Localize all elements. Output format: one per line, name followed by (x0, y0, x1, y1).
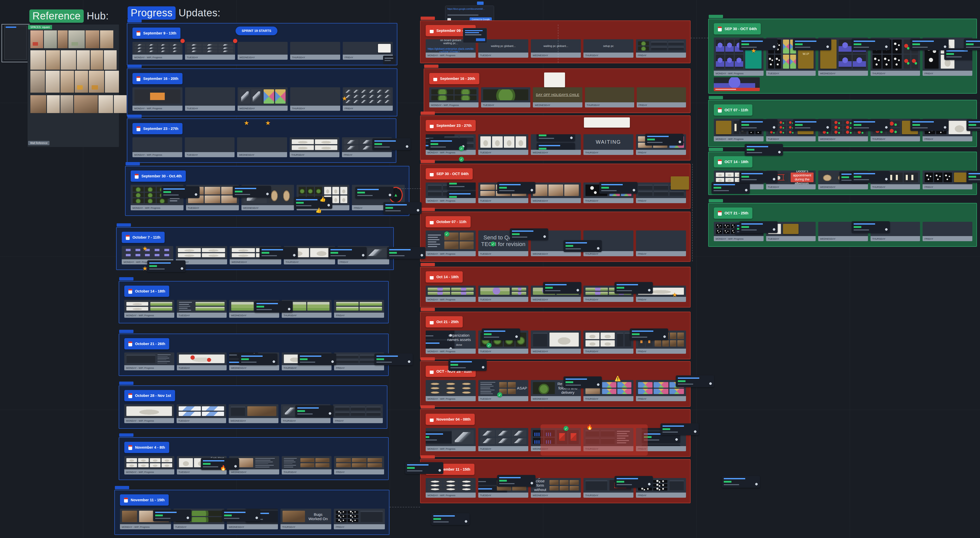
date-badge[interactable]: Oct 14 - 18th (426, 271, 463, 283)
thumbnail[interactable] (360, 302, 382, 306)
thumbnail[interactable] (778, 121, 786, 124)
thumbnail[interactable] (315, 187, 322, 194)
comment-chip[interactable] (614, 282, 653, 294)
sprint-frame[interactable]: September 09 - 13thon board globantwaiti… (420, 21, 690, 63)
thumbnail[interactable] (838, 40, 852, 54)
thumbnail[interactable] (307, 302, 330, 310)
doc-link-url[interactable]: https://docs.google.com/document/d/... (447, 8, 492, 14)
thumbnail[interactable] (384, 89, 391, 94)
date-badge[interactable]: November 4 - 8th (124, 442, 169, 453)
sticky-note[interactable] (671, 177, 689, 189)
thumbnail[interactable] (653, 480, 667, 483)
day-card[interactable]: TUESDAY (185, 137, 234, 157)
thumbnail[interactable] (716, 229, 722, 234)
thumbnail[interactable] (340, 187, 347, 194)
thumbnail[interactable] (549, 486, 558, 491)
comment-chip[interactable] (447, 183, 476, 189)
thumbnail[interactable] (332, 187, 339, 194)
thumbnail[interactable] (499, 382, 507, 388)
comment-chip[interactable] (153, 510, 191, 521)
thumbnail[interactable] (146, 50, 157, 53)
comment-chip[interactable] (259, 247, 298, 259)
reference-photo[interactable] (61, 50, 76, 70)
thumbnail[interactable] (299, 187, 306, 194)
thumbnail[interactable] (384, 94, 391, 99)
thumbnail[interactable] (202, 253, 225, 257)
star-marker-icon[interactable]: ★ (751, 48, 756, 54)
thumbnail[interactable] (153, 253, 162, 257)
thumbnail[interactable] (483, 89, 528, 100)
thumbnail[interactable] (428, 387, 442, 390)
comment-chip[interactable] (739, 221, 778, 233)
thumbnail[interactable] (492, 136, 503, 148)
thumbnail[interactable] (533, 333, 547, 347)
thumbnail[interactable] (443, 488, 458, 490)
thumbnail[interactable] (360, 89, 367, 94)
thumbnail[interactable] (428, 488, 442, 490)
comment-chip[interactable] (563, 376, 602, 388)
thumbnail[interactable] (512, 438, 526, 444)
thumbnail[interactable] (368, 94, 375, 99)
frame-title-tag[interactable] (119, 330, 134, 333)
thumbnail[interactable] (873, 55, 881, 68)
sprint-frame[interactable]: Oct 14 - 18thMONDAY - WIP, ProgressTUESD… (420, 267, 690, 307)
sprint-frame[interactable]: September 9 - 13thSPRINT 19 STARTSMONDAY… (127, 23, 397, 65)
thumbnail[interactable] (360, 145, 374, 150)
thumbnail[interactable] (133, 187, 144, 192)
frame-title-tag[interactable] (117, 223, 131, 227)
thumbnail[interactable] (428, 391, 442, 394)
frame-title-tag[interactable] (421, 111, 435, 115)
thumbnail[interactable] (934, 172, 942, 182)
thumbnail[interactable] (778, 131, 786, 134)
fire-marker-icon[interactable]: 🔥 (587, 425, 593, 430)
reference-photo[interactable] (47, 95, 60, 113)
wall-reference-label[interactable]: Wall Reference (28, 141, 49, 145)
thumbnail[interactable] (179, 412, 201, 416)
fire-marker-icon[interactable]: 🔥 (220, 465, 226, 470)
thumbnail[interactable] (344, 139, 359, 144)
thumbnail[interactable] (196, 302, 224, 306)
thumbnail[interactable] (336, 515, 347, 518)
comment-chip[interactable] (233, 186, 271, 197)
date-badge[interactable]: SEP 30 - OCT 04th (714, 23, 761, 35)
thumbnail[interactable] (368, 463, 382, 467)
frame-title-tag[interactable] (421, 208, 435, 211)
comment-chip[interactable] (966, 171, 980, 183)
date-badge[interactable]: September 23 - 27th (426, 120, 476, 131)
thumbnail[interactable] (351, 412, 365, 416)
thumbnail[interactable] (145, 193, 156, 197)
day-card[interactable]: FRIDAY (636, 231, 686, 256)
thumbnail[interactable] (336, 458, 351, 462)
date-badge[interactable]: October 21 - 26th (124, 338, 169, 349)
thumbnail[interactable] (515, 136, 526, 148)
thumbnail[interactable] (655, 340, 661, 347)
comment-chip[interactable] (711, 182, 750, 194)
day-card[interactable]: THURSDAY (584, 331, 633, 354)
day-card[interactable]: MONDAY - WIP, Progress (132, 42, 183, 60)
comment-chip[interactable] (599, 182, 638, 194)
thumbnail[interactable] (150, 302, 172, 306)
comment-chip[interactable] (245, 509, 278, 509)
day-card[interactable]: WEDNESDAY (531, 331, 581, 354)
thumbnail[interactable] (292, 145, 314, 150)
date-badge[interactable]: SEP 30 - OCT 04th (426, 168, 473, 180)
thumbnail[interactable] (768, 55, 774, 68)
day-card[interactable]: FRIDAY (923, 170, 972, 189)
thumbnail[interactable] (924, 172, 933, 182)
day-card[interactable]: TUESDAY (478, 428, 528, 451)
thumbnail[interactable] (202, 406, 224, 411)
thumbnail[interactable] (231, 302, 254, 310)
reference-photo[interactable] (30, 95, 46, 113)
thumbnail[interactable] (428, 484, 442, 487)
day-card[interactable]: FRIDAY (334, 456, 384, 474)
thumbnail[interactable] (133, 193, 144, 197)
comment-chip[interactable] (147, 260, 186, 272)
day-card[interactable]: MONDAY - WIP, Progress (426, 380, 476, 401)
thumbnail[interactable] (232, 248, 255, 252)
thumbnail[interactable] (240, 89, 250, 103)
date-badge[interactable]: Oct 21 - 25th (426, 316, 463, 328)
sticky-note[interactable]: Doctor's appointment during the afternoo… (791, 172, 814, 182)
thumbnail[interactable] (638, 382, 652, 388)
thumbnail[interactable] (443, 382, 458, 385)
thumbnail[interactable] (455, 96, 477, 100)
